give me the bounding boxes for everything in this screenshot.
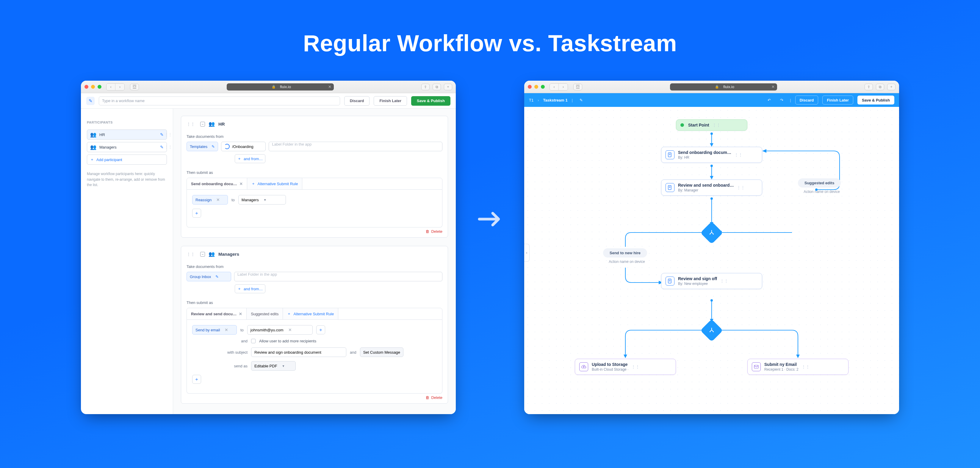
tabs-icon[interactable]: ⧉ <box>876 84 884 90</box>
discard-button[interactable]: Discard <box>795 96 818 104</box>
clear-url-icon[interactable]: ✕ <box>772 85 775 89</box>
node-start[interactable]: Start Point ⋮⋮ <box>676 120 747 131</box>
sidebar-toggle-icon[interactable]: ☲ <box>573 84 582 90</box>
traffic-lights[interactable] <box>528 85 545 89</box>
add-action-button[interactable]: ＋ <box>192 209 201 218</box>
close-dot-icon[interactable] <box>84 85 88 89</box>
add-participant-button[interactable]: ＋ Add participant <box>87 155 167 165</box>
participant-item-hr[interactable]: 👥 HR ✎ ⋮⋮ <box>87 129 167 140</box>
save-publish-button[interactable]: Save & Publish <box>411 96 450 106</box>
group-inbox-chip[interactable]: Group Inbox ✎ <box>186 272 231 281</box>
reassign-chip[interactable]: Reassign ✕ <box>192 195 228 204</box>
close-dot-icon[interactable] <box>528 85 531 89</box>
drag-handle-icon[interactable]: ⋮⋮ <box>720 279 728 283</box>
remove-icon[interactable]: ✕ <box>288 327 292 332</box>
group-icon: 👥 <box>208 251 215 257</box>
breadcrumb-root[interactable]: T1 <box>529 98 533 102</box>
tab-send-onboarding[interactable]: Send onboarding docu… ✕ <box>187 178 247 189</box>
decision-2[interactable] <box>700 319 723 342</box>
back-button[interactable]: ‹ <box>107 84 115 90</box>
share-icon[interactable]: ⇪ <box>421 84 430 90</box>
path-chip[interactable]: /Onboarding <box>221 142 266 151</box>
node-review-send[interactable]: Review and send onboard… By: Manager ⋮⋮ <box>661 179 762 196</box>
edit-icon[interactable]: ✎ <box>215 275 219 279</box>
delete-button[interactable]: 🗑 Delete <box>425 229 442 234</box>
tab-alt-rule[interactable]: ＋ Alternative Submit Rule <box>247 178 302 189</box>
drag-handle-icon[interactable]: ⋮⋮ <box>737 185 745 190</box>
new-tab-icon[interactable]: ＋ <box>444 84 452 90</box>
node-upload-storage[interactable]: Upload to Storage Built-in Cloud Storage… <box>575 359 676 375</box>
drag-handle-icon[interactable]: ⋮⋮ <box>712 123 721 128</box>
send-email-chip[interactable]: Send by email ✕ <box>192 325 237 335</box>
panel-collapse-handle[interactable]: ‹ <box>524 244 530 262</box>
node-review-sign[interactable]: Review and sign off By: New employee ⋮⋮ <box>661 273 762 289</box>
and-from-button[interactable]: ＋ and from… <box>235 284 266 293</box>
with-subject-label: with subject <box>192 350 248 355</box>
forward-button[interactable]: › <box>115 84 124 90</box>
decision-1[interactable] <box>700 222 723 244</box>
zoom-dot-icon[interactable] <box>541 85 545 89</box>
email-input[interactable]: johnsmith@yu.com ✕ <box>247 325 313 335</box>
traffic-lights[interactable] <box>84 85 102 89</box>
edit-icon[interactable]: ✎ <box>160 145 164 149</box>
address-bar[interactable]: 🔒 fluix.io ✕ <box>670 83 777 91</box>
and-from-button[interactable]: ＋ and from… <box>235 154 266 163</box>
clear-url-icon[interactable]: ✕ <box>328 85 331 89</box>
edit-icon[interactable]: ✎ <box>577 96 585 104</box>
set-custom-message-button[interactable]: Set Custom Message <box>360 347 403 357</box>
new-tab-icon[interactable]: ＋ <box>887 84 896 90</box>
node-send-onboarding[interactable]: Send onboarding docum… By: HR ⋮⋮ <box>661 147 762 163</box>
participant-item-managers[interactable]: 👥 Managers ✎ ⋮⋮ <box>87 142 167 152</box>
send-new-hire-pill[interactable]: Send to new hire <box>603 248 647 257</box>
zoom-dot-icon[interactable] <box>98 85 102 89</box>
close-tab-icon[interactable]: ✕ <box>240 182 243 186</box>
finish-later-button[interactable]: Finish Later <box>822 96 853 104</box>
tabs-icon[interactable]: ⧉ <box>433 84 441 90</box>
suggested-edits-pill[interactable]: Suggested edits <box>798 178 841 188</box>
drag-handle-icon[interactable]: ⋮⋮ <box>165 133 172 137</box>
drag-handle-icon[interactable]: ⋮⋮ <box>631 364 640 369</box>
collapse-icon[interactable]: – <box>200 122 205 126</box>
drag-handle-icon[interactable]: ⋮⋮ <box>734 152 743 157</box>
drag-handle-icon[interactable]: ⋮⋮ <box>186 252 195 257</box>
discard-button[interactable]: Discard <box>344 96 370 106</box>
redo-icon[interactable]: ↷ <box>777 96 786 104</box>
edit-icon[interactable]: ✎ <box>212 144 215 149</box>
drag-handle-icon[interactable]: ⋮⋮ <box>802 364 810 369</box>
save-publish-button[interactable]: Save & Publish <box>858 96 894 104</box>
remove-icon[interactable]: ✕ <box>224 327 228 332</box>
minimize-dot-icon[interactable] <box>91 85 95 89</box>
collapse-icon[interactable]: – <box>200 252 205 257</box>
edit-icon[interactable]: ✎ <box>160 132 164 137</box>
tab-alt-rule-2[interactable]: ＋ Alternative Submit Rule <box>283 308 338 319</box>
add-action-button[interactable]: ＋ <box>192 375 201 384</box>
minimize-dot-icon[interactable] <box>535 85 538 89</box>
allow-more-checkbox[interactable] <box>251 339 256 343</box>
workflow-new-icon[interactable]: ✎ <box>86 97 95 105</box>
breadcrumb-title[interactable]: Taskstream 1 <box>543 98 568 102</box>
back-button[interactable]: ‹ <box>550 84 559 90</box>
finish-later-button[interactable]: Finish Later <box>374 96 407 106</box>
label-folder-input[interactable]: Label Folder in the app <box>234 272 442 281</box>
tab-suggested[interactable]: Suggested edits <box>247 308 283 319</box>
format-select[interactable]: Editable PDF ▼ <box>251 361 296 371</box>
templates-chip[interactable]: Templates ✎ <box>186 142 218 151</box>
node-submit-email[interactable]: Submit ny Email Recepient 1 · Docs: 2 ⋮⋮ <box>747 359 848 375</box>
managers-select[interactable]: Managers ▼ <box>238 195 286 204</box>
tab-review[interactable]: Review and send docu… ✕ <box>187 308 247 319</box>
add-recipient-button[interactable]: ＋ <box>316 326 325 334</box>
subject-input[interactable]: Review and sign onboarding document <box>251 347 346 357</box>
sidebar-toggle-icon[interactable]: ☲ <box>130 84 139 90</box>
address-bar[interactable]: 🔒 fluix.io ✕ <box>227 83 334 91</box>
share-icon[interactable]: ⇪ <box>865 84 873 90</box>
drag-handle-icon[interactable]: ⋮⋮ <box>186 122 195 126</box>
workflow-name-input[interactable]: Type in a workflow name <box>99 96 340 105</box>
forward-button[interactable]: › <box>559 84 568 90</box>
close-tab-icon[interactable]: ✕ <box>239 312 242 316</box>
label-folder-input[interactable]: Label Folder in the app <box>269 142 442 151</box>
remove-icon[interactable]: ✕ <box>216 197 220 202</box>
taskstream-canvas[interactable]: ‹ <box>524 107 899 414</box>
delete-button[interactable]: 🗑 Delete <box>425 395 442 400</box>
drag-handle-icon[interactable]: ⋮⋮ <box>165 145 172 149</box>
undo-icon[interactable]: ↶ <box>765 96 773 104</box>
